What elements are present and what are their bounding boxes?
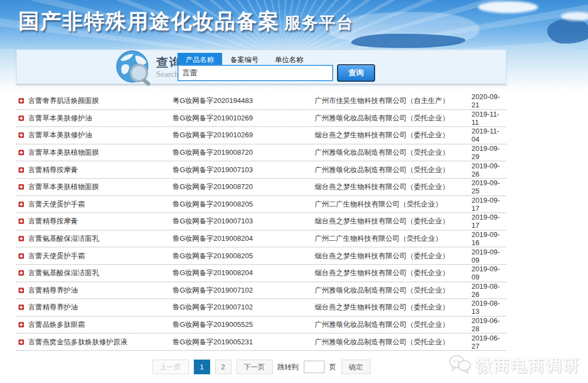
registration-number: 鲁G妆网备字2019007103 xyxy=(173,165,315,175)
registration-number: 鲁G妆网备字2019005231 xyxy=(173,337,315,347)
company-name: 广州市佳昊生物科技有限公司（自主生产） xyxy=(315,96,471,106)
company-name: 烟台燕之梦生物科技有限公司（委托企业） xyxy=(315,302,471,312)
jump-page-input[interactable] xyxy=(304,361,324,373)
company-name: 广州二广生物科技有限公司（受托企业） xyxy=(315,234,471,244)
registration-date: 2019-11-04 xyxy=(471,127,506,143)
registration-number: 鲁G妆网备字2019007103 xyxy=(173,216,315,226)
product-name[interactable]: 言蕾氨基酸保湿洁面乳 xyxy=(28,268,173,278)
table-row: 言蕾天使蛋护手霜 鲁G妆网备字2019008205 烟台燕之梦生物科技有限公司（… xyxy=(16,247,506,265)
table-row: 言蕾草本美肤植物面膜 鲁G妆网备字2019008720 烟台燕之梦生物科技有限公… xyxy=(16,179,506,196)
product-name[interactable]: 言蕾草本美肤修护油 xyxy=(28,130,173,140)
registration-number: 鲁G妆网备字2019008205 xyxy=(173,199,315,209)
table-row: 言蕾氨基酸保湿洁面乳 鲁G妆网备字2019008204 烟台燕之梦生物科技有限公… xyxy=(16,265,506,282)
registration-number: 鲁G妆网备字2019008204 xyxy=(173,234,315,244)
jump-to-label: 跳转到 xyxy=(278,362,299,372)
product-name[interactable]: 言蕾精尊按摩膏 xyxy=(28,165,173,175)
table-row: 言蕾奢养肌活焕颜面膜 粤G妆网备字2020194483 广州市佳昊生物科技有限公… xyxy=(16,93,506,110)
registration-number: 鲁G妆网备字2019008205 xyxy=(173,251,315,261)
row-bullet-icon xyxy=(19,218,24,224)
product-name[interactable]: 言蕾草本美肤植物面膜 xyxy=(28,148,173,157)
row-bullet-icon xyxy=(19,184,24,190)
row-bullet-icon xyxy=(19,202,24,207)
row-bullet-icon xyxy=(19,236,24,241)
product-name[interactable]: 言蕾精尊养护油 xyxy=(28,302,173,312)
page-button-1[interactable]: 1 xyxy=(194,360,210,374)
search-input[interactable] xyxy=(177,65,333,81)
product-name[interactable]: 言蕾氨基酸保湿洁面乳 xyxy=(28,234,173,244)
registration-date: 2019-08-26 xyxy=(471,282,506,299)
product-name[interactable]: 言蕾精尊养护油 xyxy=(28,285,173,295)
table-row: 言蕾燕窝金箔多肽焕肤修护原液 鲁G妆网备字2019005231 广州雅颂化妆品制… xyxy=(16,333,506,351)
registration-number: 鲁G妆网备字2019010269 xyxy=(173,113,315,123)
product-name[interactable]: 言蕾草本美肤植物面膜 xyxy=(28,182,173,192)
company-name: 广州雅颂化妆品制造有限公司（受托企业） xyxy=(315,113,471,123)
product-name[interactable]: 言蕾天使蛋护手霜 xyxy=(28,251,173,261)
company-name: 广州雅颂化妆品制造有限公司（受托企业） xyxy=(315,337,471,347)
table-row: 言蕾草本美肤修护油 鲁G妆网备字2019010269 广州雅颂化妆品制造有限公司… xyxy=(16,110,506,127)
registration-date: 2019-09-25 xyxy=(471,179,506,195)
table-row: 言蕾晶焕多肽眼霜 鲁G妆网备字2019005525 广州雅颂化妆品制造有限公司（… xyxy=(16,317,506,334)
pagination: 上一页 1 2 下一页 跳转到 页 确定 xyxy=(16,360,506,374)
table-row: 言蕾精尊按摩膏 鲁G妆网备字2019007103 烟台燕之梦生物科技有限公司（委… xyxy=(16,213,506,230)
company-name: 烟台燕之梦生物科技有限公司（委托企业） xyxy=(315,268,471,278)
registration-date: 2019-09-17 xyxy=(471,213,506,229)
search-button[interactable]: 查询 xyxy=(337,64,375,82)
next-page-button[interactable]: 下一页 xyxy=(236,360,273,374)
registration-date: 2019-08-13 xyxy=(471,299,506,315)
row-bullet-icon xyxy=(19,98,24,104)
product-name[interactable]: 言蕾晶焕多肽眼霜 xyxy=(28,320,173,330)
registration-number: 鲁G妆网备字2019010269 xyxy=(173,130,315,140)
row-bullet-icon xyxy=(19,150,24,155)
table-row: 言蕾草本美肤修护油 鲁G妆网备字2019010269 烟台燕之梦生物科技有限公司… xyxy=(16,127,506,144)
registration-number: 鲁G妆网备字2019008204 xyxy=(173,268,315,278)
row-bullet-icon xyxy=(19,339,24,345)
site-banner: 国产非特殊用途化妆品备案服务平台 xyxy=(0,0,588,49)
site-title: 国产非特殊用途化妆品备案服务平台 xyxy=(19,8,354,35)
page-unit-label: 页 xyxy=(329,362,336,372)
registration-date: 2019-09-16 xyxy=(471,230,506,247)
world-map-dark-graphic-2 xyxy=(547,19,588,44)
company-name: 烟台燕之梦生物科技有限公司（委托企业） xyxy=(315,130,471,140)
registration-number: 鲁G妆网备字2019008720 xyxy=(173,148,315,157)
registration-date: 2019-09-29 xyxy=(471,144,506,161)
company-name: 烟台燕之梦生物科技有限公司（委托企业） xyxy=(315,251,471,261)
company-name: 烟台燕之梦生物科技有限公司（委托企业） xyxy=(315,216,471,226)
registration-date: 2019-09-26 xyxy=(471,162,506,178)
registration-date: 2019-09-09 xyxy=(471,265,506,281)
divider xyxy=(176,52,176,83)
row-bullet-icon xyxy=(19,167,24,173)
row-bullet-icon xyxy=(19,132,24,138)
row-bullet-icon xyxy=(19,305,24,310)
registration-number: 鲁G妆网备字2019005525 xyxy=(173,320,315,330)
cloud-graphic xyxy=(478,1,538,13)
search-logo: 查询 Search xyxy=(115,49,182,88)
company-name: 广州雅颂化妆品制造有限公司（受托企业） xyxy=(315,285,471,295)
row-bullet-icon xyxy=(19,288,24,293)
page: 国产非特殊用途化妆品备案服务平台 查询 Search xyxy=(0,0,588,383)
product-name[interactable]: 言蕾草本美肤修护油 xyxy=(28,113,173,123)
product-name[interactable]: 言蕾燕窝金箔多肽焕肤修护原液 xyxy=(28,337,173,347)
registration-date: 2019-11-11 xyxy=(471,110,506,126)
registration-number: 鲁G妆网备字2019007102 xyxy=(173,302,315,312)
product-name[interactable]: 言蕾精尊按摩膏 xyxy=(28,216,173,226)
product-name[interactable]: 言蕾奢养肌活焕颜面膜 xyxy=(28,96,173,106)
company-name: 烟台燕之梦生物科技有限公司（委托企业） xyxy=(315,182,471,192)
row-bullet-icon xyxy=(19,253,24,259)
table-row: 言蕾精尊养护油 鲁G妆网备字2019007102 广州雅颂化妆品制造有限公司（受… xyxy=(16,282,506,300)
results-table: 言蕾奢养肌活焕颜面膜 粤G妆网备字2020194483 广州市佳昊生物科技有限公… xyxy=(16,93,506,351)
row-bullet-icon xyxy=(19,270,24,276)
table-row: 言蕾精尊养护油 鲁G妆网备字2019007102 烟台燕之梦生物科技有限公司（委… xyxy=(16,299,506,317)
page-button-2[interactable]: 2 xyxy=(215,360,231,374)
company-name: 广州雅颂化妆品制造有限公司（受托企业） xyxy=(315,165,471,175)
registration-date: 2020-09-21 xyxy=(471,93,506,109)
globe-magnifier-icon xyxy=(115,49,154,88)
prev-page-button[interactable]: 上一页 xyxy=(152,360,189,374)
registration-date: 2019-09-17 xyxy=(471,196,506,212)
site-title-sub: 服务平台 xyxy=(284,14,354,32)
confirm-jump-button[interactable]: 确定 xyxy=(341,360,371,374)
registration-date: 2019-06-28 xyxy=(471,317,506,333)
product-name[interactable]: 言蕾天使蛋护手霜 xyxy=(28,199,173,209)
table-row: 言蕾天使蛋护手霜 鲁G妆网备字2019008205 广州二广生物科技有限公司（受… xyxy=(16,196,506,214)
registration-date: 2019-06-27 xyxy=(471,334,506,350)
company-name: 广州雅颂化妆品制造有限公司（受托企业） xyxy=(315,320,471,330)
